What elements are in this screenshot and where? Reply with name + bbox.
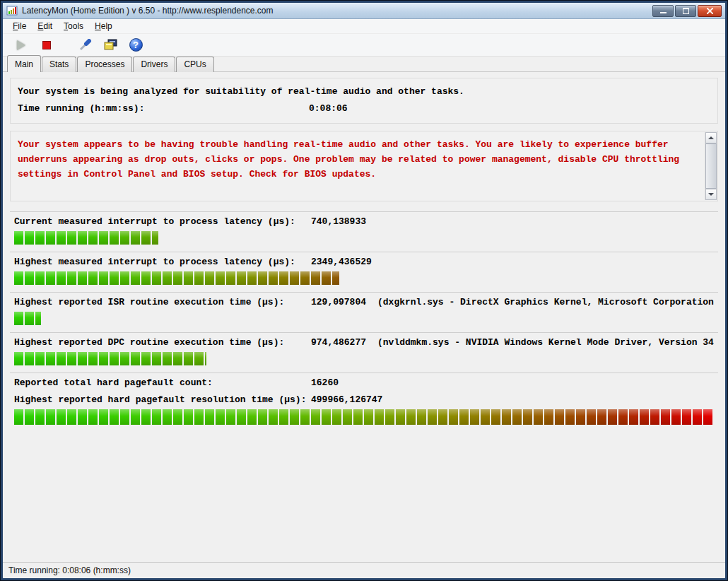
arrow-down-icon — [708, 193, 714, 196]
metric-bar-track — [14, 352, 714, 365]
metric-driver-info: (dxgkrnl.sys - DirectX Graphics Kernel, … — [377, 297, 714, 307]
metric-label: Highest reported hard pagefault resoluti… — [14, 394, 311, 405]
tab-processes[interactable]: Processes — [77, 57, 132, 72]
main-tab-page: Your system is being analyzed for suitab… — [3, 72, 725, 562]
tabbar: Main Stats Processes Drivers CPUs — [3, 57, 725, 72]
metric-value: 974,486277 — [311, 337, 366, 348]
tools-button[interactable] — [75, 36, 95, 54]
warning-text: Your system appears to be having trouble… — [18, 137, 695, 182]
minimize-icon — [660, 8, 667, 14]
tab-main[interactable]: Main — [7, 55, 41, 72]
help-icon — [129, 38, 143, 52]
scroll-down-button[interactable] — [705, 189, 717, 200]
copy-report-button[interactable] — [100, 36, 120, 54]
metric-bar — [14, 231, 158, 245]
scrollbar-thumb[interactable] — [705, 143, 717, 189]
metric-row-pagefault-count: Reported total hard pagefault count: 162… — [10, 372, 718, 390]
start-monitor-button[interactable] — [11, 36, 31, 54]
report-scrollbar[interactable] — [705, 132, 717, 200]
metric-row-highest-latency: Highest measured interrupt to process la… — [10, 252, 718, 285]
metric-row-pagefault-resolution: Highest reported hard pagefault resoluti… — [10, 390, 718, 425]
copy-pages-icon — [104, 39, 117, 51]
scroll-up-button[interactable] — [705, 132, 717, 143]
report-box: Your system appears to be having trouble… — [10, 131, 718, 201]
maximize-button[interactable] — [675, 5, 696, 17]
menu-tools[interactable]: Tools — [58, 20, 89, 33]
stop-monitor-button[interactable] — [37, 36, 57, 54]
app-icon — [6, 5, 18, 16]
stop-icon — [42, 41, 51, 49]
metric-label: Highest reported DPC routine execution t… — [14, 337, 311, 348]
metrics-list: Current measured interrupt to process la… — [10, 211, 718, 425]
metric-driver-info: (nvlddmkm.sys - NVIDIA Windows Kernel Mo… — [377, 337, 714, 348]
tab-stats[interactable]: Stats — [42, 57, 76, 72]
titlebar[interactable]: LatencyMon (Home Edition ) v 6.50 - http… — [3, 3, 725, 19]
statusbar: Time running: 0:08:06 (h:mm:ss) — [3, 562, 725, 578]
metric-label: Current measured interrupt to process la… — [14, 216, 311, 227]
menu-file[interactable]: File — [7, 20, 32, 33]
help-button[interactable] — [126, 36, 146, 54]
tab-drivers[interactable]: Drivers — [133, 57, 175, 72]
metric-row-isr-time: Highest reported ISR routine execution t… — [10, 292, 718, 325]
metric-bar-track — [14, 312, 714, 325]
metric-bar — [14, 352, 206, 365]
metric-bar — [14, 271, 339, 285]
metric-value: 740,138933 — [311, 216, 366, 227]
menu-help[interactable]: Help — [89, 20, 118, 33]
arrow-up-icon — [708, 136, 714, 139]
metric-bar — [14, 409, 714, 425]
metric-bar-track — [14, 409, 714, 425]
close-button[interactable] — [698, 5, 722, 17]
minimize-button[interactable] — [652, 5, 674, 17]
time-running-label: Time running (h:mm:ss): — [18, 103, 309, 114]
tools-icon — [78, 39, 92, 52]
metric-label: Highest reported ISR routine execution t… — [14, 297, 311, 307]
metric-value: 16260 — [311, 377, 339, 388]
close-icon — [707, 8, 713, 14]
analysis-box: Your system is being analyzed for suitab… — [10, 78, 718, 124]
metric-bar — [14, 312, 41, 325]
tab-cpus[interactable]: CPUs — [176, 57, 213, 72]
menubar: File Edit Tools Help — [3, 19, 725, 34]
statusbar-text: Time running: 0:08:06 (h:mm:ss) — [8, 565, 131, 575]
metric-bar-track — [14, 271, 714, 285]
metric-row-current-latency: Current measured interrupt to process la… — [10, 211, 718, 245]
metric-value: 2349,436529 — [311, 257, 372, 267]
window-title: LatencyMon (Home Edition ) v 6.50 - http… — [22, 6, 648, 16]
play-icon — [17, 40, 25, 50]
toolbar — [3, 34, 725, 57]
metric-label: Highest measured interrupt to process la… — [14, 257, 311, 267]
metric-label: Reported total hard pagefault count: — [14, 377, 311, 388]
menu-edit[interactable]: Edit — [32, 20, 58, 33]
metric-bar-track — [14, 231, 714, 245]
metric-value: 499966,126747 — [311, 394, 382, 405]
latencymon-window: LatencyMon (Home Edition ) v 6.50 - http… — [0, 0, 728, 581]
time-running-value: 0:08:06 — [309, 103, 348, 114]
maximize-icon — [683, 8, 689, 14]
metric-row-dpc-time: Highest reported DPC routine execution t… — [10, 332, 718, 365]
analysis-headline: Your system is being analyzed for suitab… — [18, 86, 710, 97]
metric-value: 129,097804 — [311, 297, 366, 307]
